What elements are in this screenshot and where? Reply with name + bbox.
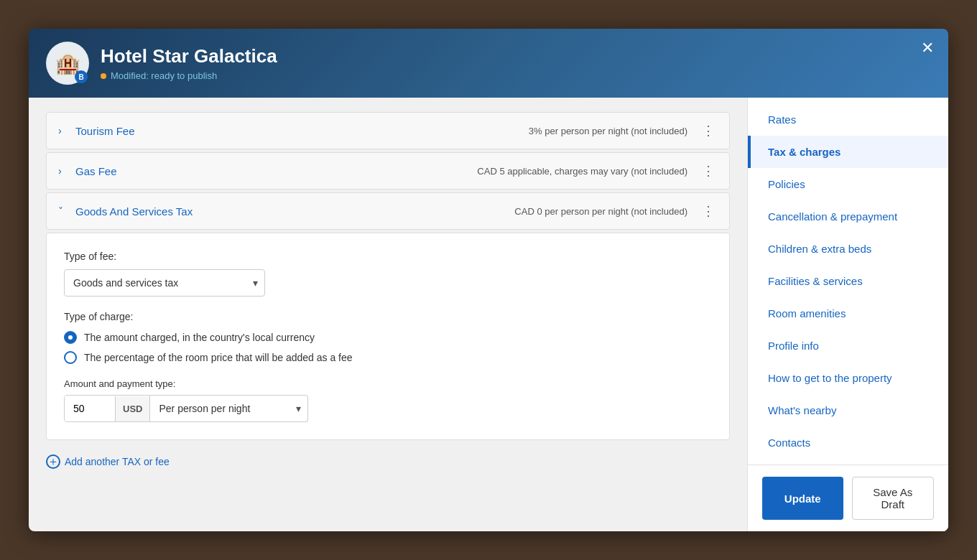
amount-row: USD Per person per night Per room per ni… xyxy=(64,395,712,422)
sidebar-footer: Update Save As Draft xyxy=(748,465,948,531)
currency-label: USD xyxy=(115,396,149,421)
expanded-gst-panel: Type of fee: Goods and services tax Tour… xyxy=(46,233,730,440)
sidebar-item-how-to-get[interactable]: How to get to the property xyxy=(748,362,948,394)
tax-row-gst[interactable]: ˅ Goods And Services Tax CAD 0 per perso… xyxy=(46,192,730,230)
sidebar-item-cancellation[interactable]: Cancellation & prepayment xyxy=(748,200,948,233)
hotel-logo-badge: B xyxy=(75,70,88,83)
modal-body: › Tourism Fee 3% per person per night (n… xyxy=(29,98,948,531)
radio-local-currency[interactable]: The amount charged, in the country's loc… xyxy=(64,331,712,344)
sidebar-item-tax-charges-label: Tax & charges xyxy=(768,146,841,158)
chevron-right-icon: › xyxy=(58,165,70,177)
radio-percentage[interactable]: The percentage of the room price that wi… xyxy=(64,351,712,364)
payment-type-select[interactable]: Per person per night Per room per night … xyxy=(150,395,308,422)
sidebar-item-rates-label: Rates xyxy=(768,113,796,126)
tax-value-gas: CAD 5 applicable, charges may vary (not … xyxy=(477,166,687,177)
update-button[interactable]: Update xyxy=(762,477,843,520)
tax-name-tourism: Tourism Fee xyxy=(75,125,523,137)
status-dot-icon xyxy=(101,73,106,79)
chevron-right-icon: › xyxy=(58,125,70,136)
tax-name-gas: Gas Fee xyxy=(75,165,471,177)
charge-type-radio-group: The amount charged, in the country's loc… xyxy=(64,331,712,364)
radio-local-currency-icon xyxy=(64,331,77,344)
chevron-down-icon: ˅ xyxy=(58,205,70,217)
radio-local-currency-label: The amount charged, in the country's loc… xyxy=(84,332,315,343)
sidebar-item-facilities-label: Facilities & services xyxy=(768,275,863,287)
payment-type-select-wrapper: Per person per night Per room per night … xyxy=(150,395,308,422)
sidebar-item-tax-charges[interactable]: Tax & charges xyxy=(748,136,948,168)
add-tax-button[interactable]: ＋ Add another TAX or fee xyxy=(46,454,170,469)
tax-row-gas[interactable]: › Gas Fee CAD 5 applicable, charges may … xyxy=(46,152,730,190)
sidebar-item-policies[interactable]: Policies xyxy=(748,168,948,200)
save-draft-button[interactable]: Save As Draft xyxy=(852,477,935,520)
sidebar-item-cancellation-label: Cancellation & prepayment xyxy=(768,210,897,223)
modal-header: 🏨 B Hotel Star Galactica Modified: ready… xyxy=(29,29,948,98)
sidebar-item-whats-nearby-label: What's nearby xyxy=(768,404,836,416)
sidebar-item-facilities[interactable]: Facilities & services xyxy=(748,265,948,297)
sidebar-item-rates[interactable]: Rates xyxy=(748,103,948,136)
hotel-logo: 🏨 B xyxy=(46,42,89,85)
fee-type-select[interactable]: Goods and services tax Tourism fee Gas f… xyxy=(64,269,265,297)
tax-name-gst: Goods And Services Tax xyxy=(75,205,509,218)
status-text: Modified: ready to publish xyxy=(111,70,217,81)
amount-input-wrapper: USD xyxy=(64,395,150,422)
tax-value-gst: CAD 0 per person per night (not included… xyxy=(514,206,687,217)
sidebar-item-children-label: Children & extra beds xyxy=(768,243,871,255)
radio-percentage-label: The percentage of the room price that wi… xyxy=(84,352,353,363)
amount-label: Amount and payment type: xyxy=(64,378,712,389)
sidebar-item-contacts-label: Contacts xyxy=(768,437,810,449)
more-options-gas[interactable]: ⋮ xyxy=(699,163,718,179)
type-fee-label: Type of fee: xyxy=(64,251,712,262)
amount-input[interactable] xyxy=(65,396,115,421)
charge-type-label: Type of charge: xyxy=(64,311,712,322)
sidebar-item-children[interactable]: Children & extra beds xyxy=(748,233,948,265)
radio-percentage-icon xyxy=(64,351,77,364)
sidebar-nav: Rates Tax & charges Policies Cancellatio… xyxy=(748,98,948,465)
fee-type-select-wrapper: Goods and services tax Tourism fee Gas f… xyxy=(64,269,265,297)
hotel-name: Hotel Star Galactica xyxy=(101,45,277,67)
sidebar-item-how-to-get-label: How to get to the property xyxy=(768,372,892,384)
close-button[interactable]: ✕ xyxy=(921,40,934,56)
modal: 🏨 B Hotel Star Galactica Modified: ready… xyxy=(29,29,948,531)
sidebar: Rates Tax & charges Policies Cancellatio… xyxy=(747,98,948,531)
sidebar-item-profile-info[interactable]: Profile info xyxy=(748,330,948,362)
sidebar-item-room-amenities[interactable]: Room amenities xyxy=(748,297,948,330)
sidebar-item-profile-info-label: Profile info xyxy=(768,340,819,352)
more-options-tourism[interactable]: ⋮ xyxy=(699,123,718,139)
tax-value-tourism: 3% per person per night (not included) xyxy=(529,126,687,136)
hotel-status: Modified: ready to publish xyxy=(101,70,277,81)
add-tax-label: Add another TAX or fee xyxy=(65,456,170,467)
more-options-gst[interactable]: ⋮ xyxy=(699,203,718,219)
sidebar-item-policies-label: Policies xyxy=(768,178,805,190)
sidebar-item-room-amenities-label: Room amenities xyxy=(768,307,846,319)
main-content: › Tourism Fee 3% per person per night (n… xyxy=(29,98,747,531)
add-tax-row: ＋ Add another TAX or fee xyxy=(46,443,730,480)
sidebar-item-whats-nearby[interactable]: What's nearby xyxy=(748,394,948,426)
hotel-info: Hotel Star Galactica Modified: ready to … xyxy=(101,45,277,81)
tax-row-tourism[interactable]: › Tourism Fee 3% per person per night (n… xyxy=(46,112,730,149)
sidebar-item-contacts[interactable]: Contacts xyxy=(748,426,948,459)
add-circle-icon: ＋ xyxy=(46,454,60,469)
